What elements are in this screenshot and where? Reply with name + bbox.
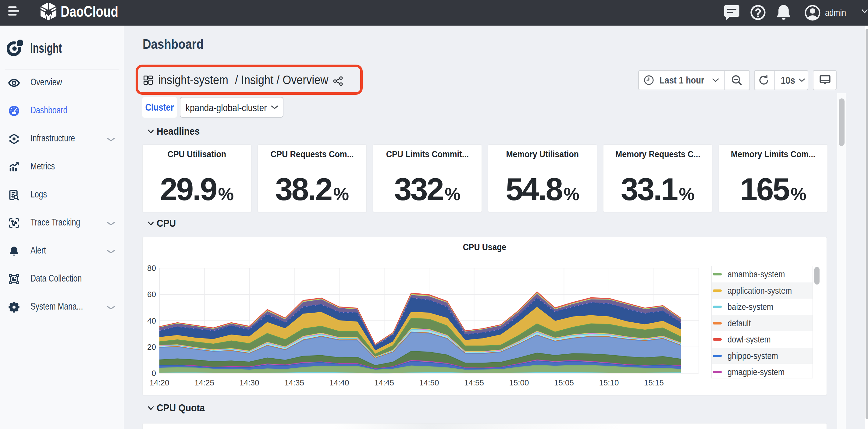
svg-text:60: 60 [147, 290, 156, 299]
svg-text:80: 80 [147, 264, 156, 273]
svg-text:14:35: 14:35 [284, 378, 304, 387]
svg-text:15:00: 15:00 [509, 378, 529, 387]
svg-text:14:30: 14:30 [239, 378, 259, 387]
svg-text:15:05: 15:05 [554, 378, 574, 387]
svg-text:14:55: 14:55 [464, 378, 484, 387]
svg-text:20: 20 [147, 342, 156, 352]
svg-text:0: 0 [152, 369, 156, 378]
svg-text:15:10: 15:10 [599, 378, 619, 387]
svg-text:40: 40 [147, 316, 156, 325]
svg-text:14:40: 14:40 [329, 378, 349, 387]
svg-text:14:20: 14:20 [149, 378, 169, 387]
svg-text:14:50: 14:50 [419, 378, 439, 387]
svg-text:14:25: 14:25 [194, 378, 214, 387]
svg-text:15:15: 15:15 [644, 378, 664, 387]
svg-text:14:45: 14:45 [374, 378, 394, 387]
